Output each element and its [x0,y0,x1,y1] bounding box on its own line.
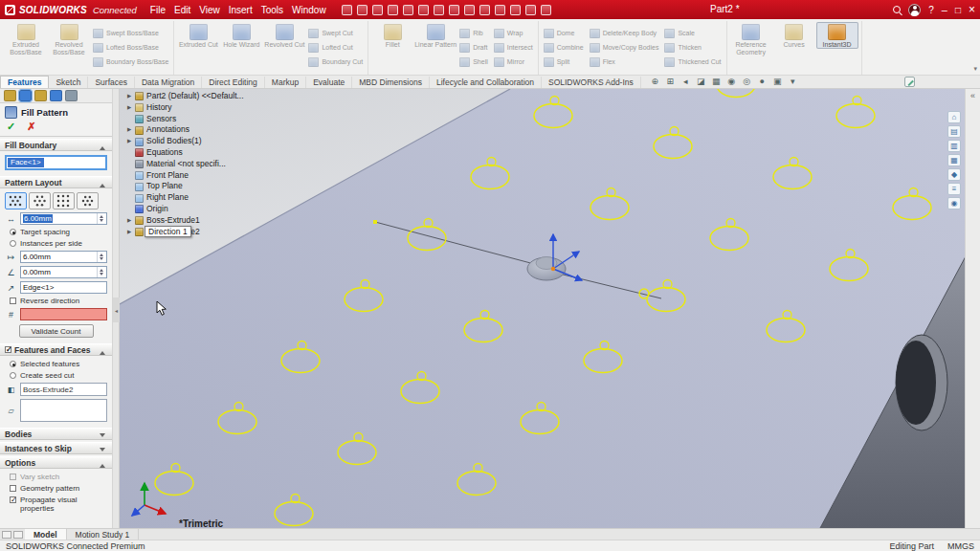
tab-surfaces[interactable]: Surfaces [88,77,135,88]
reverse-direction-checkbox[interactable]: Reverse direction [5,297,107,305]
section-instances-to-skip[interactable]: Instances to Skip [0,442,112,454]
edit-appearance-icon[interactable] [495,5,505,15]
collapse-panel-arrow-icon[interactable] [113,298,120,322]
perforation-layout-button[interactable] [5,192,27,209]
validate-count-button[interactable]: Validate Count [19,324,94,338]
ok-button[interactable] [7,121,15,133]
expander-arrow-icon[interactable]: ▶ [127,227,135,238]
delete-keep-body-button[interactable]: Delete/Keep Body [588,26,661,40]
split-button[interactable]: Split [542,55,586,69]
task-pane-collapsed-strip[interactable] [965,89,980,528]
help-icon[interactable] [928,5,934,15]
tree-item-solid-bodies-1[interactable]: ▶Solid Bodies(1) [127,136,244,147]
apply-scene-icon[interactable]: ▣ [771,76,784,87]
seed-feature-item[interactable]: Boss-Extrude2 [23,386,73,394]
ribbon-overflow-chevron-icon[interactable]: ▾ [973,65,977,73]
tab-markup[interactable]: Markup [265,77,306,88]
user-avatar-icon[interactable] [908,4,921,16]
zoom-fit-icon[interactable]: ⊕ [649,76,661,87]
menu-window[interactable]: Window [292,5,326,15]
previous-view-icon[interactable]: ◂ [679,76,692,87]
reference-geometry-button[interactable]: Reference Geometry [730,22,772,56]
open-icon[interactable] [357,5,368,15]
custom-properties-icon[interactable]: ≡ [947,183,961,195]
boundary-boss-base-button[interactable]: Boundary Boss/Base [91,55,170,69]
square-layout-button[interactable] [53,192,75,209]
target-spacing-radio[interactable]: Target spacing [5,228,107,236]
margins-input[interactable]: 6.00mm [20,251,107,263]
thicken-button[interactable]: Thicken [662,40,723,55]
menu-view[interactable]: View [199,5,220,15]
extruded-cut-button[interactable]: Extruded Cut [177,22,219,49]
swept-boss-base-button[interactable]: Swept Boss/Base [91,26,170,40]
vary-sketch-checkbox[interactable]: Vary sketch [5,473,107,481]
propertymanager-tab[interactable] [19,90,32,101]
tree-item-top-plane[interactable]: Top Plane [127,181,244,192]
tab-lifecycle-and-collaboration[interactable]: Lifecycle and Collaboration [430,77,542,88]
selected-features-radio[interactable]: Selected features [5,360,107,368]
hide-show-items-icon[interactable]: ◎ [741,76,753,87]
featuremanager-tab[interactable] [4,90,16,101]
tree-item-right-plane[interactable]: Right Plane [127,192,244,204]
section-fill-boundary[interactable]: Fill Boundary [0,139,112,151]
menu-insert[interactable]: Insert [229,5,253,15]
home-icon[interactable]: ⌂ [947,111,961,123]
hole-wizard-button[interactable]: Hole Wizard [220,22,262,49]
tab-model[interactable]: Model [25,529,67,540]
menu-tools[interactable]: Tools [261,5,283,15]
tree-item-front-plane[interactable]: Front Plane [127,170,244,182]
faces-to-pattern-box[interactable] [20,399,107,422]
design-library-icon[interactable]: ▤ [947,125,961,138]
tree-item-origin[interactable]: Origin [127,204,244,215]
maximize-icon[interactable] [955,5,961,15]
menu-file[interactable]: File [150,5,166,15]
expander-arrow-icon[interactable]: ▶ [127,136,135,147]
rib-button[interactable]: Rib [457,26,490,40]
file-properties-icon[interactable] [464,5,475,15]
rebuild-icon[interactable] [449,5,459,15]
spinner-arrows[interactable] [97,252,104,262]
spinner-arrows[interactable] [97,267,104,277]
tree-item-material-not-specifi[interactable]: Material <not specifi... [127,159,244,170]
dome-button[interactable]: Dome [542,26,586,40]
combine-button[interactable]: Combine [542,40,586,55]
fillet-button[interactable]: Fillet [371,22,413,49]
view-settings-icon[interactable]: ▾ [787,76,799,87]
dimxpertmanager-tab[interactable] [50,90,62,101]
pattern-direction-input[interactable]: Edge<1> [20,281,107,294]
draft-button[interactable]: Draft [457,40,490,55]
tab-direct-editing[interactable]: Direct Editing [202,77,265,88]
appearances-icon[interactable]: ◆ [947,168,961,181]
tab-motion-study-1[interactable]: Motion Study 1 [67,529,140,540]
polygonal-layout-button[interactable] [77,192,99,209]
features-to-pattern-box[interactable]: Boss-Extrude2 [20,383,107,396]
fill-boundary-selection-box[interactable]: Face<1> [5,155,107,170]
tab-scroll-right-icon[interactable] [13,531,23,539]
tree-item-annotations[interactable]: ▶Annotations [127,124,244,136]
instances-per-side-radio[interactable]: Instances per side [5,239,107,248]
spacing-input[interactable]: 6.00mm [20,212,107,225]
tree-item-equations[interactable]: Equations [127,147,244,159]
tab-scroll-left-icon[interactable] [2,531,11,539]
save-icon[interactable] [372,5,383,15]
instance-count-field[interactable] [20,308,107,320]
expander-arrow-icon[interactable]: ▶ [127,91,135,102]
propagate-visual-properties-checkbox[interactable]: Propagate visual properties [5,496,107,513]
forum-icon[interactable]: ◉ [947,197,961,209]
flex-button[interactable]: Flex [588,55,661,69]
tab-mbd-dimensions[interactable]: MBD Dimensions [352,77,430,88]
lofted-boss-base-button[interactable]: Lofted Boss/Base [91,40,170,55]
close-icon[interactable] [969,3,975,16]
intersect-button[interactable]: Intersect [492,40,535,55]
search-icon[interactable] [893,6,901,13]
expander-arrow-icon[interactable]: ▶ [127,215,135,227]
tree-item-sensors[interactable]: Sensors [127,114,244,125]
linear-pattern-button[interactable]: Linear Pattern [414,22,457,49]
zoom-area-icon[interactable]: ⊞ [664,76,677,87]
revolved-cut-button[interactable]: Revolved Cut [263,22,305,49]
menu-edit[interactable]: Edit [174,5,190,15]
undo-icon[interactable] [403,5,413,15]
select-icon[interactable] [434,5,444,15]
thickened-cut-button[interactable]: Thickened Cut [662,55,723,69]
selected-face-item[interactable]: Face<1> [8,158,44,167]
